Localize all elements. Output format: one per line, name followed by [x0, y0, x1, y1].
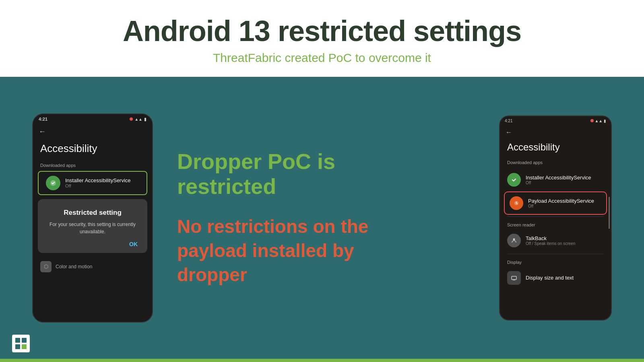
left-status-dot — [130, 117, 133, 121]
right-installer-text: Installer AccessibilityService Off — [526, 175, 591, 185]
svg-rect-8 — [22, 344, 27, 349]
right-payload-text: Payload AccessibilityService Off — [528, 198, 594, 208]
center-text-area: Dropper PoC is restricted No restriction… — [177, 141, 475, 295]
left-phone-status-bar: 4:21 ▲▲ ▮ — [33, 114, 152, 124]
svg-rect-7 — [15, 344, 20, 349]
svg-rect-5 — [15, 338, 20, 343]
right-talkback-text: TalkBack Off / Speak items on screen — [526, 235, 575, 246]
left-phone-status-icons: ▲▲ ▮ — [130, 117, 147, 122]
right-installer-icon — [507, 173, 521, 187]
subtitle: ThreatFabric created PoC to overcome it — [16, 51, 628, 65]
left-phone-section-label: Downloaded apps — [33, 161, 152, 171]
no-restrictions-text: No restrictions on the payload installed… — [177, 215, 475, 287]
left-color-icon: ⬡ — [40, 261, 52, 272]
left-phone-back[interactable]: ← — [33, 124, 152, 139]
right-battery-icon: ▮ — [604, 119, 606, 123]
svg-point-2 — [513, 238, 515, 240]
dialog-ok-button[interactable]: OK — [46, 241, 139, 247]
right-display-label: Display — [500, 256, 611, 266]
left-wifi-icon: ▲▲ — [134, 117, 142, 121]
left-phone-time: 4:21 — [39, 117, 47, 121]
left-battery-icon: ▮ — [144, 117, 147, 122]
svg-rect-6 — [22, 338, 27, 343]
svg-rect-3 — [512, 276, 516, 280]
right-installer-item[interactable]: Installer AccessibilityService Off — [500, 168, 611, 191]
right-phone-status-icons: ▲▲ ▮ — [590, 119, 606, 123]
right-divider-1 — [507, 216, 604, 217]
right-scroll-indicator — [609, 197, 610, 229]
right-wifi-icon: ▲▲ — [594, 119, 603, 123]
left-phone-dialog: Restricted setting For your security, th… — [38, 199, 147, 253]
right-downloaded-apps-label: Downloaded apps — [500, 158, 611, 168]
dialog-title: Restricted setting — [46, 209, 139, 217]
right-payload-item[interactable]: Payload AccessibilityService Off — [504, 191, 607, 215]
threatfabric-logo — [12, 335, 30, 352]
left-phone-title: Accessibility — [33, 139, 152, 161]
bottom-section: 4:21 ▲▲ ▮ ← Accessibility Downloaded app… — [0, 77, 644, 359]
right-screen-reader-label: Screen reader — [500, 218, 611, 229]
right-display-text: Display size and text — [526, 275, 574, 281]
right-payload-icon — [510, 196, 523, 210]
right-phone-back[interactable]: ← — [500, 125, 611, 139]
left-installer-icon — [46, 176, 60, 190]
right-phone-title: Accessibility — [500, 139, 611, 158]
left-phone-bottom-item: ⬡ Color and motion — [33, 257, 152, 276]
right-display-item[interactable]: Display size and text — [500, 266, 611, 290]
dropper-poc-text: Dropper PoC is restricted — [177, 149, 475, 199]
right-talkback-icon — [507, 234, 521, 247]
right-status-dot — [590, 119, 594, 122]
green-bottom-bar — [0, 359, 644, 362]
top-section: Android 13 restricted settings ThreatFab… — [0, 0, 644, 77]
dialog-body: For your security, this setting is curre… — [46, 221, 139, 235]
right-display-icon — [507, 271, 521, 285]
left-phone-mockup: 4:21 ▲▲ ▮ ← Accessibility Downloaded app… — [32, 113, 153, 323]
left-installer-item[interactable]: Installer AccessibilityService Off — [38, 171, 147, 195]
logo-symbol — [12, 335, 30, 352]
left-installer-text: Installer AccessibilityService Off — [65, 177, 131, 188]
main-title: Android 13 restricted settings — [16, 15, 628, 47]
right-divider-2 — [507, 254, 604, 254]
right-phone-time: 4:21 — [505, 119, 512, 123]
right-phone-mockup: 4:21 ▲▲ ▮ ← Accessibility Downloaded app… — [499, 115, 612, 321]
right-phone-status-bar: 4:21 ▲▲ ▮ — [500, 116, 611, 125]
right-talkback-item[interactable]: TalkBack Off / Speak items on screen — [500, 229, 611, 252]
